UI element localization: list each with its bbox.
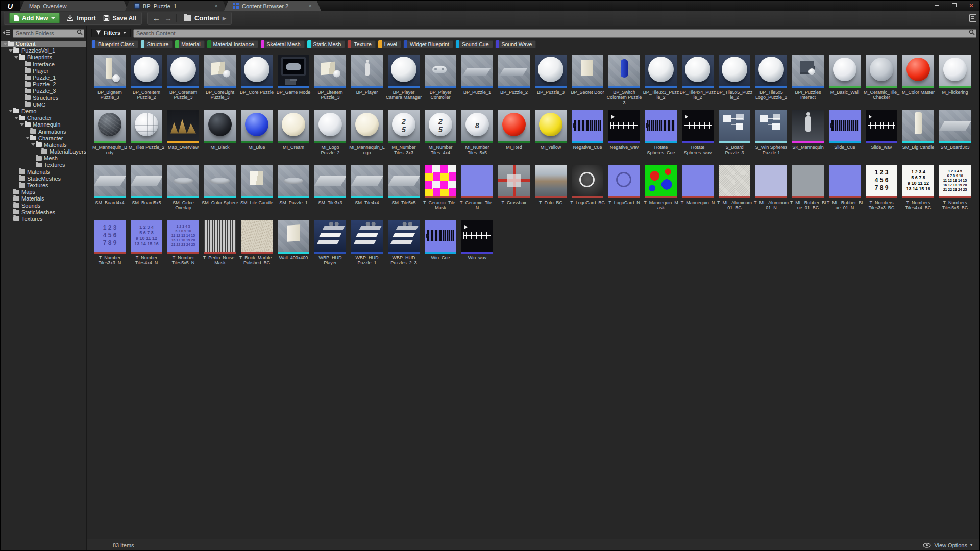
tab-bp-puzzle-1[interactable]: BP_Puzzle_1 × [125, 1, 227, 11]
asset-tile[interactable]: T_Ceramic_Tile_Mask [422, 165, 459, 220]
tree-item-interface[interactable]: Interface [1, 61, 86, 67]
asset-tile[interactable]: BP_Puzzle_3 [532, 55, 569, 110]
breadcrumb[interactable]: Content ▶ [184, 14, 226, 22]
expander-icon[interactable] [3, 42, 7, 46]
asset-tile[interactable]: SM_Tile4x4 [349, 165, 385, 220]
asset-tile[interactable]: BP_Tile3x3_Puzzle_2 [643, 55, 679, 110]
asset-tile[interactable]: 2 5MI_Number Tiles_4x4 [422, 110, 459, 165]
tree-item-umg[interactable]: UMG [1, 101, 86, 108]
expander-icon[interactable] [31, 142, 35, 147]
asset-tile[interactable]: MI_Cream [275, 110, 312, 165]
asset-tile[interactable]: BP_Puzzle_1 [459, 55, 496, 110]
asset-tile[interactable]: Negative_wav [606, 110, 643, 165]
asset-tile[interactable]: BP_Game Mode [275, 55, 312, 110]
asset-tile[interactable]: SM_Tile5x5 [385, 165, 422, 220]
asset-tile[interactable]: BP_Core Puzzle [238, 55, 275, 110]
tree-item-sounds[interactable]: Sounds [1, 202, 86, 209]
tree-item-materials[interactable]: Materials [1, 168, 86, 175]
asset-tile[interactable]: SM_Puzzle_1 [275, 165, 312, 220]
asset-tile[interactable]: SM_Tile3x3 [312, 165, 349, 220]
asset-tile[interactable]: SM_Board4x4 [91, 165, 128, 220]
back-button[interactable]: ← [153, 14, 160, 22]
expander-icon[interactable] [8, 48, 13, 53]
asset-tile[interactable]: BP_CoreItem Puzzle_3 [165, 55, 202, 110]
asset-tile[interactable]: MI_Blue [238, 110, 275, 165]
tree-item-mannequin[interactable]: Mannequin [1, 121, 86, 128]
asset-tile[interactable]: 1 2 3 4 5 6 7 8 9 10 11 12 13 14 15 16 1… [937, 165, 973, 220]
asset-tile[interactable]: T_Mannequin_N [679, 165, 716, 220]
tree-item-animations[interactable]: Animations [1, 128, 86, 135]
asset-tile[interactable]: BP_Player [349, 55, 385, 110]
asset-tile[interactable]: T_LogoCard_N [606, 165, 643, 220]
asset-tile[interactable]: MI_Yellow [532, 110, 569, 165]
asset-tile[interactable]: WBP_HUD Puzzle_1 [349, 220, 385, 275]
asset-tile[interactable]: BP_CoreItem Puzzle_2 [128, 55, 165, 110]
filter-chip-blueprint-class[interactable]: Blueprint Class [91, 40, 138, 48]
filter-chip-sound-cue[interactable]: Sound Cue [455, 40, 493, 48]
tree-item-staticmeshes[interactable]: StaticMeshes [1, 209, 86, 215]
asset-tile[interactable]: SM_Cirlce Overlap [165, 165, 202, 220]
search-folders-input[interactable] [13, 29, 84, 38]
asset-tile[interactable]: Slide_wav [863, 110, 900, 165]
tree-item-textures[interactable]: Textures [1, 215, 86, 222]
tree-item-maps[interactable]: Maps [1, 189, 86, 195]
asset-tile[interactable]: BP_Player Controller [422, 55, 459, 110]
tree-item-staticmeshes[interactable]: StaticMeshes [1, 175, 86, 182]
asset-tile[interactable]: T_Crosshair [496, 165, 532, 220]
asset-tile[interactable]: 1 2 3 4 5 6 7 8 9 10 11 12 13 14 15 16T_… [900, 165, 937, 220]
tree-item-textures[interactable]: Textures [1, 162, 86, 168]
tab-map-overview[interactable]: Map_Overview [20, 1, 128, 11]
asset-tile[interactable]: SM_Board5x5 [128, 165, 165, 220]
asset-tile[interactable]: T_LogoCard_BC [569, 165, 606, 220]
forward-button[interactable]: → [164, 14, 172, 22]
save-all-button[interactable]: Save All [103, 15, 136, 22]
asset-tile[interactable]: MI_Black [202, 110, 238, 165]
close-button[interactable]: × [965, 2, 977, 9]
filter-chip-widget-blueprint[interactable]: Widget Blueprint [403, 40, 453, 48]
asset-tile[interactable]: Rotate Spheres_Cue [643, 110, 679, 165]
asset-tile[interactable]: T_ML_Rubber_Blue_01_BC [790, 165, 826, 220]
tree-item-demo[interactable]: Demo [1, 108, 86, 114]
asset-tile[interactable]: WBP_HUD Player [312, 220, 349, 275]
asset-tile[interactable]: 1 2 3 4 5 6 7 8 9T_Numbers Tiles3x3_BC [863, 165, 900, 220]
tree-item-character[interactable]: Character [1, 115, 86, 121]
asset-tile[interactable]: BP_CoreLight Puzzle_3 [202, 55, 238, 110]
asset-tile[interactable]: SM_Lite Candle [238, 165, 275, 220]
asset-tile[interactable]: MI_Mannequin_Logo [349, 110, 385, 165]
search-content-input[interactable] [133, 29, 976, 38]
tab-close-icon[interactable]: × [215, 3, 218, 9]
asset-tile[interactable]: M_Color Master [900, 55, 937, 110]
breadcrumb-arrow-icon[interactable]: ▶ [223, 16, 226, 21]
asset-tile[interactable]: T_ML_Aluminum01_BC [716, 165, 753, 220]
import-button[interactable]: Import [67, 15, 95, 22]
collapse-sources-icon[interactable] [3, 29, 11, 36]
asset-tile[interactable]: S_Win Spheres Puzzle 1 [753, 110, 790, 165]
tree-item-structures[interactable]: Structures [1, 94, 86, 101]
asset-tile[interactable]: Map_Overview [165, 110, 202, 165]
asset-tile[interactable]: BP_Player Camera Manager [385, 55, 422, 110]
filter-chip-material-instance[interactable]: Material Instance [207, 40, 258, 48]
minimize-button[interactable] [930, 2, 943, 9]
tree-item-content[interactable]: Content [1, 41, 86, 47]
asset-tile[interactable]: MI_Red [496, 110, 532, 165]
asset-tile[interactable]: BPI_Puzzles Interact [790, 55, 826, 110]
asset-tile[interactable]: 1 2 3 4 5 6 7 8 9 10 11 12 13 14 15 16 1… [165, 220, 202, 275]
asset-tile[interactable]: T_ML_Rubber_Blue_01_N [826, 165, 863, 220]
asset-tile[interactable]: T_Foto_BC [532, 165, 569, 220]
tree-item-materials[interactable]: Materials [1, 141, 86, 148]
tree-item-materials[interactable]: Materials [1, 195, 86, 202]
asset-tile[interactable]: M_Flickering [937, 55, 973, 110]
filter-chip-level[interactable]: Level [378, 40, 401, 48]
asset-tile[interactable]: T_ML_Aluminum01_N [753, 165, 790, 220]
toolbar-corner-icon[interactable] [969, 14, 976, 22]
tree-item-mesh[interactable]: Mesh [1, 155, 86, 162]
asset-tile[interactable]: M_Mannequin_Body [91, 110, 128, 165]
add-new-button[interactable]: Add New [9, 13, 60, 23]
asset-tile[interactable]: MI_Logo Puzzle_2 [312, 110, 349, 165]
asset-tile[interactable]: Negative_Cue [569, 110, 606, 165]
expander-icon[interactable] [19, 122, 24, 127]
filter-chip-material[interactable]: Material [175, 40, 204, 48]
asset-tile[interactable]: Wall_400x400 [275, 220, 312, 275]
asset-tile[interactable]: BP_BigItem Puzzle_3 [91, 55, 128, 110]
tree-item-player[interactable]: Player [1, 67, 86, 74]
